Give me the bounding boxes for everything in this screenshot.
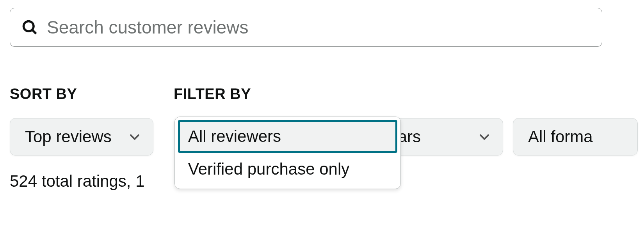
sort-by-label: SORT BY bbox=[10, 86, 174, 103]
sort-dropdown-value: Top reviews bbox=[25, 127, 112, 146]
svg-line-1 bbox=[32, 30, 36, 34]
sort-dropdown[interactable]: Top reviews bbox=[10, 118, 153, 156]
chevron-down-icon bbox=[478, 130, 491, 143]
reviewers-option-verified[interactable]: Verified purchase only bbox=[178, 153, 397, 186]
search-icon bbox=[21, 19, 38, 36]
svg-point-0 bbox=[23, 21, 34, 31]
chevron-down-icon bbox=[128, 130, 141, 143]
filter-by-label: FILTER BY bbox=[174, 86, 251, 103]
formats-filter-value: All forma bbox=[528, 127, 593, 146]
search-input[interactable] bbox=[47, 17, 591, 38]
reviewers-option-all[interactable]: All reviewers bbox=[178, 120, 397, 153]
reviewers-filter-popup: All reviewers Verified purchase only bbox=[174, 117, 401, 189]
search-box[interactable] bbox=[10, 8, 602, 47]
formats-filter-dropdown[interactable]: All forma bbox=[513, 118, 638, 156]
